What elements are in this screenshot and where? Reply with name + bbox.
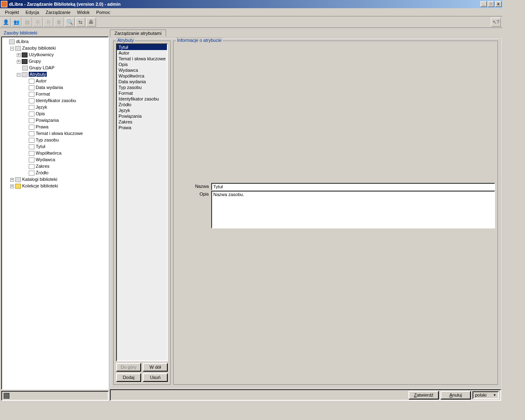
btn-delete[interactable]: Usuń <box>143 373 168 382</box>
tree-attr-item[interactable]: Źródło <box>23 169 107 176</box>
maximize-button[interactable]: □ <box>488 1 494 7</box>
toolbar-btn-1[interactable]: 👤 <box>1 18 11 27</box>
menu-projekt[interactable]: Projekt <box>2 9 22 16</box>
minimize-button[interactable]: _ <box>480 1 487 7</box>
tab-row: Zarządzanie atrybutami <box>110 29 501 37</box>
attr-list-item[interactable]: Język <box>117 107 167 113</box>
toolbar-search[interactable]: 🔍 <box>65 18 75 27</box>
tree-attr-item[interactable]: Współtwórca <box>23 150 107 156</box>
tree-attr-item[interactable]: Identyfikator zasobu <box>23 97 107 104</box>
label-desc: Opis <box>176 191 211 228</box>
label-name: Nazwa <box>176 183 211 190</box>
tree-attr-item[interactable]: Opis <box>23 110 107 117</box>
toolbar: 👤 👥 ▤ ⎘ ⎘ 🗑 🔍 ⇆ 🖶 ↖? <box>0 16 502 28</box>
toolbar-print[interactable]: 🖶 <box>86 18 96 27</box>
toolbar-btn-5[interactable]: ⎘ <box>43 18 53 27</box>
dropdown-arrow-icon: ▼ <box>493 393 496 397</box>
info-legend: Informacje o atrybucie <box>176 38 223 43</box>
info-fieldset: Informacje o atrybucie Nazwa Opis <box>173 41 498 385</box>
attr-list-item[interactable]: Współtwórca <box>117 73 167 79</box>
window-title: dLibra - Zarządzanie Biblioteką (version… <box>9 2 121 7</box>
btn-cancel[interactable]: Anuluj <box>441 391 471 399</box>
tree-attr-item[interactable]: Język <box>23 104 107 110</box>
tree-grupy[interactable]: +Grupy <box>17 58 107 64</box>
attr-list-item[interactable]: Tytuł <box>117 44 167 50</box>
attributes-legend: Atrybuty <box>116 38 135 43</box>
menu-zarzadzanie[interactable]: Zarządzanie <box>42 9 74 16</box>
attributes-fieldset: Atrybuty TytułAutorTemat i słowa kluczow… <box>113 41 171 385</box>
attr-list-item[interactable]: Identyfikator zasobu <box>117 96 167 102</box>
attr-list-item[interactable]: Opis <box>117 62 167 67</box>
btn-move-up[interactable]: Do góry <box>116 363 141 372</box>
tree-attr-item[interactable]: Temat i słowa kluczowe <box>23 130 107 137</box>
left-panel-title: Zasoby biblioteki <box>1 29 109 37</box>
input-name[interactable] <box>211 183 495 190</box>
btn-confirm-rest: atwierdź <box>417 393 434 397</box>
tree-attr-item[interactable]: Typ zasobu <box>23 137 107 143</box>
tree-zasoby[interactable]: −Zasoby biblioteki +Użytkownicy +Grupy G… <box>10 45 107 176</box>
toolbar-btn-8[interactable]: ⇆ <box>75 18 85 27</box>
menu-bar: Projekt Edycja Zarządzanie Widok Pomoc <box>0 8 502 16</box>
toolbar-help-icon[interactable]: ↖? <box>491 18 501 27</box>
close-button[interactable]: X <box>495 1 502 7</box>
btn-add[interactable]: Dodaj <box>116 373 141 382</box>
toolbar-btn-6[interactable]: 🗑 <box>54 18 64 27</box>
btn-cancel-rest: nuluj <box>452 393 462 397</box>
tree-kolekcje[interactable]: +Kolekcje biblioteki <box>10 183 107 189</box>
tree-attr-item[interactable]: Wydawca <box>23 156 107 163</box>
status-row <box>1 391 109 401</box>
attr-list-item[interactable]: Powiązania <box>117 113 167 119</box>
attr-list-item[interactable]: Format <box>117 90 167 96</box>
attr-list-item[interactable]: Źródło <box>117 102 167 107</box>
attr-list-item[interactable]: Zakres <box>117 119 167 125</box>
menu-widok[interactable]: Widok <box>74 9 93 16</box>
tree-attr-item[interactable]: Data wydania <box>23 84 107 91</box>
status-icon <box>4 393 9 399</box>
tree-root[interactable]: dLibra −Zasoby biblioteki +Użytkownicy +… <box>4 38 107 189</box>
attr-list-item[interactable]: Autor <box>117 50 167 56</box>
language-select[interactable]: polski ▼ <box>472 391 499 399</box>
tree-attr-item[interactable]: Powiązania <box>23 117 107 123</box>
attr-list-item[interactable]: Typ zasobu <box>117 84 167 90</box>
app-icon <box>1 1 7 7</box>
toolbar-btn-3[interactable]: ▤ <box>22 18 32 27</box>
tree-attr-item[interactable]: Autor <box>23 78 107 84</box>
resource-tree[interactable]: dLibra −Zasoby biblioteki +Użytkownicy +… <box>1 37 109 390</box>
attr-list-item[interactable]: Data wydania <box>117 79 167 84</box>
attr-list-item[interactable]: Temat i słowa kluczowe <box>117 56 167 62</box>
tree-atrybuty[interactable]: −Atrybuty AutorData wydaniaFormatIdentyf… <box>17 71 107 176</box>
window-titlebar: dLibra - Zarządzanie Biblioteką (version… <box>0 0 502 8</box>
menu-edycja[interactable]: Edycja <box>22 9 42 16</box>
btn-confirm[interactable]: Zatwierdź <box>409 391 439 399</box>
tree-grupy-ldap[interactable]: Grupy LDAP <box>17 64 107 71</box>
language-value: polski <box>475 393 486 397</box>
toolbar-btn-2[interactable]: 👥 <box>11 18 21 27</box>
btn-move-down[interactable]: W dół <box>143 363 168 372</box>
tree-attr-item[interactable]: Tytuł <box>23 143 107 150</box>
toolbar-btn-4[interactable]: ⎘ <box>33 18 43 27</box>
tab-attr-mgmt[interactable]: Zarządzanie atrybutami <box>110 30 166 37</box>
tree-attr-item[interactable]: Prawa <box>23 123 107 130</box>
attr-list-item[interactable]: Wydawca <box>117 67 167 73</box>
menu-pomoc[interactable]: Pomoc <box>93 9 113 16</box>
attributes-list[interactable]: TytułAutorTemat i słowa kluczoweOpisWyda… <box>116 43 168 361</box>
tree-katalogi[interactable]: +Katalogi biblioteki <box>10 176 107 183</box>
textarea-desc[interactable] <box>211 191 495 228</box>
tree-uzytkownicy[interactable]: +Użytkownicy <box>17 51 107 58</box>
footer-bar: Zatwierdź Anuluj polski ▼ <box>110 389 501 401</box>
tree-attr-item[interactable]: Format <box>23 91 107 97</box>
tree-attr-item[interactable]: Zakres <box>23 163 107 169</box>
attr-list-item[interactable]: Prawa <box>117 125 167 130</box>
